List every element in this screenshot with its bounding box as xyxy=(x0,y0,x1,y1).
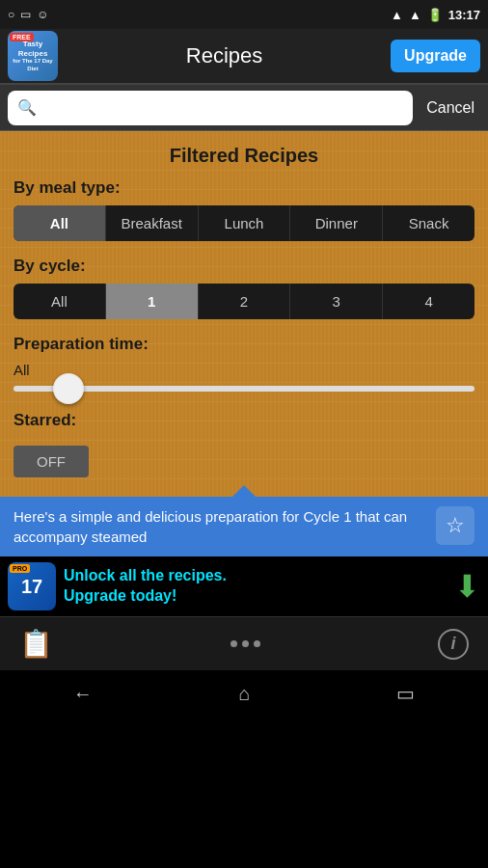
search-icon: 🔍 xyxy=(17,98,37,117)
prep-all-label: All xyxy=(14,362,474,378)
cycle-segmented-control: All 1 2 3 4 xyxy=(14,284,474,319)
app-logo: FREE Tasty Recipes for The 17 Day Diet xyxy=(8,31,58,81)
starred-label: Starred: xyxy=(14,411,474,430)
meal-type-breakfast[interactable]: Breakfast xyxy=(106,205,199,241)
alarm-icon: ○ xyxy=(8,8,14,21)
android-back-button[interactable]: ← xyxy=(54,675,112,713)
cycle-2[interactable]: 2 xyxy=(199,284,291,319)
ad-download-icon: ⬇ xyxy=(454,568,480,605)
cycle-label: By cycle: xyxy=(14,257,474,276)
logo-text: Tasty Recipes for The 17 Day Diet xyxy=(8,40,58,72)
upgrade-button[interactable]: Upgrade xyxy=(391,40,480,72)
pro-badge: PRO xyxy=(10,564,30,573)
search-input[interactable] xyxy=(42,99,403,117)
cycle-1[interactable]: 1 xyxy=(106,284,199,319)
nav-dot-1 xyxy=(230,640,237,647)
meal-type-segmented-control: All Breakfast Lunch Dinner Snack xyxy=(14,205,474,241)
cycle-4[interactable]: 4 xyxy=(383,284,474,319)
meal-type-all[interactable]: All xyxy=(14,205,106,241)
cycle-3[interactable]: 3 xyxy=(290,284,383,319)
meal-type-dinner[interactable]: Dinner xyxy=(290,205,383,241)
prep-time-label: Preparation time: xyxy=(14,335,474,354)
peek-card: Here's a simple and delicious preparatio… xyxy=(0,497,488,556)
nav-dot-2 xyxy=(242,640,249,647)
search-container: 🔍 xyxy=(8,91,413,125)
nav-home-icon: 📋 xyxy=(19,628,53,660)
nav-dots xyxy=(230,640,260,647)
status-icons-right: ▲ ▲ 🔋 13:17 xyxy=(391,8,480,22)
battery-icon: 🔋 xyxy=(427,8,443,22)
starred-section: Starred: OFF xyxy=(14,411,474,477)
nav-info-button[interactable]: i xyxy=(438,629,469,660)
search-bar: 🔍 Cancel xyxy=(0,85,488,131)
nav-home-item[interactable]: 📋 xyxy=(19,628,53,660)
ad-logo: PRO 17 xyxy=(8,562,56,610)
meal-type-snack[interactable]: Snack xyxy=(383,205,474,241)
ad-logo-number: 17 xyxy=(21,576,42,598)
prep-time-section: All xyxy=(14,362,474,395)
android-nav-bar: ← ⌂ ▭ xyxy=(0,670,488,717)
meal-type-label: By meal type: xyxy=(14,178,474,198)
peek-triangle xyxy=(230,485,258,499)
page-title: Recipes xyxy=(58,43,391,68)
peek-text: Here's a simple and delicious preparatio… xyxy=(14,506,428,547)
star-button[interactable]: ☆ xyxy=(436,506,474,545)
app-bar: FREE Tasty Recipes for The 17 Day Diet R… xyxy=(0,29,488,85)
wifi-icon: ▲ xyxy=(391,8,403,22)
star-icon: ☆ xyxy=(446,513,465,538)
image-icon: ▭ xyxy=(20,8,31,21)
nav-dot-3 xyxy=(254,640,260,647)
ad-banner[interactable]: PRO 17 Unlock all the recipes.Upgrade to… xyxy=(0,556,488,616)
meal-type-lunch[interactable]: Lunch xyxy=(199,205,291,241)
status-bar: ○ ▭ ☺ ▲ ▲ 🔋 13:17 xyxy=(0,0,488,29)
content-area: Filtered Recipes By meal type: All Break… xyxy=(0,131,488,497)
slider-track xyxy=(14,386,474,392)
ad-text: Unlock all the recipes.Upgrade today! xyxy=(64,566,447,607)
android-home-button[interactable]: ⌂ xyxy=(219,675,269,713)
free-badge: FREE xyxy=(10,33,34,41)
status-time: 13:17 xyxy=(448,8,480,22)
starred-toggle[interactable]: OFF xyxy=(14,446,89,477)
search-cancel-button[interactable]: Cancel xyxy=(420,95,480,121)
signal-icon: ▲ xyxy=(409,8,421,22)
filter-section-title: Filtered Recipes xyxy=(14,141,474,167)
status-icons-left: ○ ▭ ☺ xyxy=(8,8,49,21)
android-recent-button[interactable]: ▭ xyxy=(377,674,434,713)
bottom-nav: 📋 i xyxy=(0,616,488,670)
cycle-all[interactable]: All xyxy=(14,284,106,319)
slider-thumb[interactable] xyxy=(53,373,84,404)
alien-icon: ☺ xyxy=(37,8,48,21)
slider-container xyxy=(14,382,474,395)
